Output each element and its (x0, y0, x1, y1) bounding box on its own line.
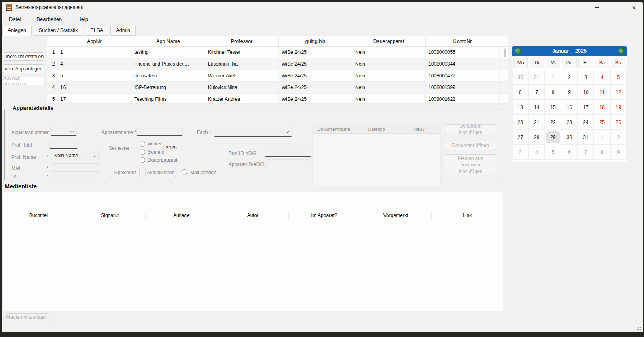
col-appname[interactable]: App Name (131, 36, 205, 46)
calendar-day[interactable]: 19 (610, 100, 627, 115)
calendar-day[interactable]: 3 (578, 70, 594, 85)
tel-field[interactable] (51, 171, 100, 179)
tab-suchen-statistik[interactable]: Suchen / Statistik (34, 26, 83, 36)
winter-checkbox[interactable] (140, 141, 145, 147)
sommer-checkbox[interactable] (140, 149, 145, 155)
calendar-day[interactable]: 11 (594, 85, 610, 100)
col-link[interactable]: Link (432, 211, 503, 220)
calendar-day[interactable]: 23 (561, 115, 577, 130)
calendar-day[interactable]: 12 (610, 85, 627, 100)
table-row[interactable]: 3 5 Jerusalem Wiemer Axel WiSe 24/25 Nei… (47, 70, 508, 82)
menu-datei[interactable]: Datei (6, 15, 23, 23)
calendar-day[interactable]: 6 (561, 145, 577, 160)
calendar-prev-icon[interactable]: ← (515, 48, 521, 54)
col-autor[interactable]: Autor (217, 211, 289, 220)
fach-combobox[interactable] (214, 127, 292, 137)
calendar-day[interactable]: 16 (561, 100, 577, 115)
calendar-day[interactable]: 14 (528, 100, 544, 115)
speichern-button[interactable]: Speichern (111, 168, 140, 177)
calendar-day[interactable]: 17 (578, 100, 594, 115)
apparat-table-header: AppNr App Name Professor gültig bis Daue… (47, 36, 508, 47)
calendar-day[interactable]: 2 (561, 70, 577, 85)
aktualisieren-button[interactable]: Aktualisieren (145, 168, 176, 177)
calendar-day[interactable]: 26 (610, 115, 627, 130)
calendar-day[interactable]: 4 (594, 70, 610, 85)
calendar-day[interactable]: 5 (610, 70, 627, 85)
calendar-day[interactable]: 15 (545, 100, 561, 115)
calendar-next-icon[interactable]: → (618, 48, 624, 54)
tab-admin[interactable]: Admin (110, 26, 135, 36)
menu-help[interactable]: Help (75, 15, 91, 23)
calendar-day[interactable]: 9 (610, 145, 627, 160)
tel-label: Tel (11, 174, 17, 179)
calendar-day[interactable]: 25 (594, 115, 610, 130)
calendar-day[interactable]: 31 (578, 130, 594, 145)
col-dateityp: Dateityp (355, 125, 398, 133)
calendar-day[interactable]: 18 (594, 100, 610, 115)
document-list[interactable]: Dokumentname Dateityp Neu? (312, 124, 441, 186)
calendar-day[interactable]: 24 (578, 115, 594, 130)
col-auflage[interactable]: Auflage (146, 211, 217, 220)
dauerapparat-checkbox[interactable] (140, 157, 145, 163)
neu-app-anlegen-button[interactable]: neu. App anlegen (3, 64, 44, 73)
maximize-button[interactable] (606, 2, 625, 13)
col-buchtitel[interactable]: Buchtitel (3, 211, 74, 220)
col-kontonr[interactable]: KontoNr (426, 36, 500, 46)
calendar-day[interactable]: 30 (512, 70, 528, 85)
calendar-month[interactable]: Januar (552, 48, 569, 54)
apparat-id-adis-field[interactable] (265, 159, 311, 167)
mail-field[interactable] (51, 163, 100, 171)
apparatsname-field[interactable] (136, 128, 183, 136)
calendar-day[interactable]: 4 (528, 145, 544, 160)
calendar-day[interactable]: 8 (594, 145, 610, 160)
calendar-day[interactable]: 8 (545, 85, 561, 100)
table-row[interactable]: 2 4 Theorie und Praxis der ... Lüsebrink… (47, 58, 508, 70)
month-dropdown-icon[interactable] (570, 51, 572, 53)
resize-grip[interactable] (637, 326, 642, 331)
calendar-day[interactable]: 28 (528, 130, 544, 145)
semester-year-input[interactable] (166, 144, 205, 151)
table-row[interactable]: 1 1 testing Kirchner Tester WiSe 24/25 N… (47, 47, 508, 58)
calendar-day[interactable]: 10 (578, 85, 594, 100)
calendar-day[interactable]: 22 (545, 115, 561, 130)
col-gueltig-bis[interactable]: gültig bis (279, 36, 352, 46)
calendar-day[interactable]: 13 (512, 100, 528, 115)
apparatsnummer-combobox[interactable] (50, 127, 77, 136)
col-im-apparat[interactable]: im Apparat? (289, 211, 360, 220)
calendar-day[interactable]: 2 (610, 130, 627, 145)
col-appnr[interactable]: AppNr (57, 36, 131, 46)
calendar-day[interactable]: 27 (512, 130, 528, 145)
semester-year-field[interactable] (163, 144, 207, 151)
close-button[interactable]: × (625, 2, 643, 13)
calendar-day[interactable]: 6 (512, 85, 528, 100)
table-row[interactable]: 5 17 Teaching Films Kratzer Andrea WiSe … (47, 94, 508, 104)
calendar-day[interactable]: 20 (512, 115, 528, 130)
uebersicht-erstellen-button[interactable]: Übersicht erstellen (3, 52, 44, 61)
tab-elsa[interactable]: ELSA (85, 26, 108, 36)
calendar-day[interactable]: 9 (561, 85, 577, 100)
col-vorgemerkt[interactable]: Vorgemerkt (360, 211, 432, 220)
calendar-day[interactable]: 30 (561, 130, 577, 145)
calendar-day-today[interactable]: 29 (546, 131, 560, 143)
calendar-day[interactable]: 1 (594, 130, 610, 145)
table-scrollbar[interactable] (504, 48, 506, 57)
calendar-day[interactable]: 3 (512, 145, 528, 160)
calendar-day[interactable]: 5 (545, 145, 561, 160)
calendar-day[interactable]: 1 (545, 70, 561, 85)
prof-name-combobox[interactable]: Kein Name (51, 151, 100, 160)
calendar-day[interactable]: 7 (578, 145, 594, 160)
mail-senden-checkbox[interactable] (182, 169, 187, 175)
col-signatur[interactable]: Signatur (74, 211, 146, 220)
col-professor[interactable]: Professor (205, 36, 279, 46)
table-row[interactable]: 4 16 ISP-Betreuung Kulovics Nina WiSe 24… (47, 82, 508, 94)
tab-anlegen[interactable]: Anlegen (2, 26, 32, 36)
calendar-day[interactable]: 7 (528, 85, 544, 100)
col-dauerapparat[interactable]: Dauerapparat (352, 36, 426, 46)
calendar-year[interactable]: 2025 (575, 48, 587, 54)
minimize-button[interactable] (587, 2, 606, 13)
prof-id-adis-field[interactable] (265, 149, 311, 157)
menu-bearbeiten[interactable]: Bearbeiten (34, 15, 64, 23)
prof-titel-field[interactable] (49, 141, 78, 149)
calendar-day[interactable]: 21 (528, 115, 544, 130)
calendar-day[interactable]: 31 (528, 70, 544, 85)
